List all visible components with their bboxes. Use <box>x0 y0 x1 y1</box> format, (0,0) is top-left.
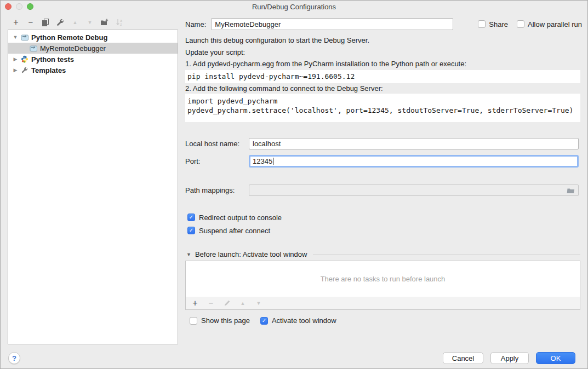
sort-alphabetically-icon: az <box>115 18 124 27</box>
suspend-after-connect-label: Suspend after connect <box>199 227 270 235</box>
configurations-tree: Python Remote Debug MyRemoteDebugger Pyt… <box>8 30 178 344</box>
port-input[interactable]: 12345 <box>249 155 579 168</box>
folder-icon[interactable] <box>566 187 575 194</box>
run-config-icon <box>29 44 38 52</box>
page-options-row: Show this page Activate tool window <box>190 316 336 325</box>
help-button[interactable]: ? <box>8 352 20 364</box>
move-up-icon <box>71 18 79 27</box>
chevron-right-icon[interactable] <box>13 67 18 73</box>
name-row: Name: Share Allow parallel run <box>185 18 582 31</box>
remove-icon[interactable] <box>26 18 35 27</box>
run-debug-configurations-dialog: Run/Debug Configurations az Python Remot… <box>0 0 588 369</box>
help-icon: ? <box>12 354 16 362</box>
path-mappings-row: Path mappings: <box>185 184 579 196</box>
allow-parallel-run-label: Allow parallel run <box>528 20 582 28</box>
divider <box>313 254 580 255</box>
before-launch-task-list: There are no tasks to run before launch <box>185 261 580 297</box>
port-row: Port: 12345 <box>185 155 579 168</box>
move-up-icon <box>238 299 247 308</box>
allow-parallel-run-checkbox-group[interactable]: Allow parallel run <box>517 20 582 28</box>
python-tests-icon <box>20 55 29 63</box>
cancel-button[interactable]: Cancel <box>443 352 483 364</box>
add-icon[interactable] <box>191 299 199 308</box>
tree-item-python-remote-debug[interactable]: Python Remote Debug <box>8 32 178 43</box>
activate-tool-window-checkbox[interactable] <box>260 317 268 325</box>
name-label: Name: <box>185 20 206 28</box>
suspend-after-connect-row[interactable]: Suspend after connect <box>187 226 270 235</box>
pip-command-code: pip install pydevd-pycharm~=191.6605.12 <box>185 70 580 83</box>
redirect-output-checkbox[interactable] <box>187 214 195 221</box>
allow-parallel-run-checkbox[interactable] <box>517 20 524 28</box>
local-host-label: Local host name: <box>185 140 249 148</box>
new-folder-icon[interactable] <box>100 18 109 27</box>
empty-tasks-message: There are no tasks to run before launch <box>321 275 446 283</box>
window-title: Run/Debug Configurations <box>1 3 587 11</box>
titlebar: Run/Debug Configurations <box>1 1 587 13</box>
share-label: Share <box>489 20 508 28</box>
activate-tool-window-label: Activate tool window <box>272 316 336 325</box>
wrench-icon[interactable] <box>56 18 65 27</box>
local-host-row: Local host name: <box>185 138 579 149</box>
move-down-icon <box>85 18 94 27</box>
redirect-output-label: Redirect output to console <box>199 214 282 222</box>
apply-button[interactable]: Apply <box>490 352 529 364</box>
tree-item-templates[interactable]: Templates <box>8 65 178 76</box>
path-mappings-input[interactable] <box>249 184 579 196</box>
tree-item-label: Python Remote Debug <box>31 33 107 42</box>
code-line: import pydevd_pycharm <box>187 96 580 106</box>
port-value: 12345 <box>253 157 272 165</box>
remove-icon <box>207 299 215 308</box>
svg-text:z: z <box>120 22 122 26</box>
ok-button[interactable]: OK <box>536 352 575 364</box>
path-mappings-label: Path mappings: <box>185 186 249 194</box>
name-input[interactable] <box>211 18 453 30</box>
before-launch-title: Before launch: Activate tool window <box>195 250 307 258</box>
chevron-down-icon[interactable] <box>13 34 18 40</box>
copy-icon[interactable] <box>41 18 50 27</box>
move-down-icon <box>254 299 263 308</box>
edit-icon <box>222 299 231 308</box>
local-host-input[interactable] <box>249 138 579 149</box>
share-checkbox[interactable] <box>478 20 486 28</box>
update-script-text: Update your script: <box>185 48 580 57</box>
tree-item-label: Templates <box>31 66 66 74</box>
share-checkbox-group[interactable]: Share <box>478 20 508 28</box>
tree-item-python-tests[interactable]: Python tests <box>8 54 178 65</box>
show-this-page-label: Show this page <box>201 316 250 325</box>
tree-item-label: Python tests <box>31 55 74 64</box>
svg-text:a: a <box>120 19 122 22</box>
code-line: pydevd_pycharm.settrace('localhost', por… <box>187 106 580 115</box>
step2-text: 2. Add the following command to connect … <box>185 84 580 93</box>
settrace-code-block: import pydevd_pycharm pydevd_pycharm.set… <box>185 94 580 122</box>
run-config-icon <box>20 33 29 41</box>
tree-item-myremotedebugger[interactable]: MyRemoteDebugger <box>8 43 178 54</box>
before-launch-toolbar <box>185 297 580 310</box>
add-icon[interactable] <box>12 18 20 27</box>
wrench-icon <box>20 66 29 74</box>
before-launch-header[interactable]: Before launch: Activate tool window <box>186 250 580 258</box>
text-cursor <box>273 158 273 165</box>
chevron-right-icon[interactable] <box>13 56 18 62</box>
redirect-output-row[interactable]: Redirect output to console <box>187 213 282 222</box>
port-label: Port: <box>185 157 249 165</box>
chevron-down-icon[interactable] <box>186 252 191 257</box>
intro-text: Launch this debug configuration to start… <box>185 36 580 45</box>
step1-text: 1. Add pydevd-pycharm.egg from the PyCha… <box>185 60 580 68</box>
tree-item-label: MyRemoteDebugger <box>40 44 106 53</box>
show-this-page-checkbox[interactable] <box>190 317 197 325</box>
configurations-toolbar: az <box>12 18 124 27</box>
suspend-after-connect-checkbox[interactable] <box>187 227 195 234</box>
